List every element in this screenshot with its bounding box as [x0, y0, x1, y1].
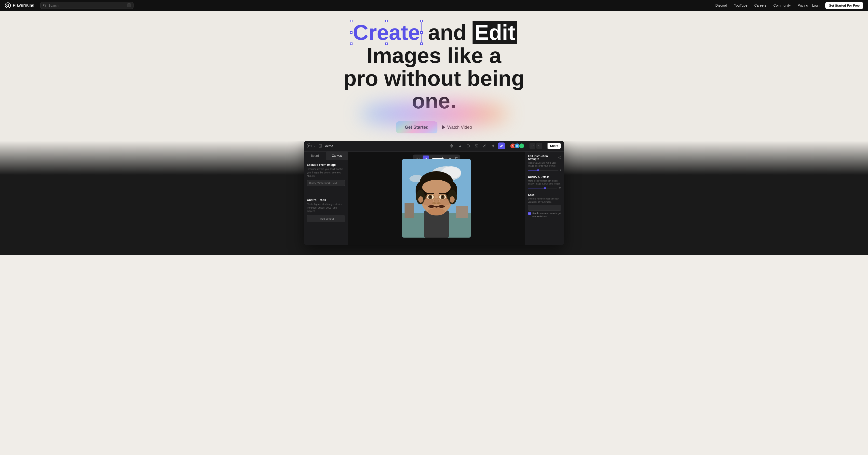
share-button[interactable]: Share — [547, 143, 561, 149]
app-main: Board Canvas Exclude From Image Describe… — [304, 151, 564, 245]
exclude-desc: Describe details you don't want in your … — [307, 168, 345, 178]
strength-slider-thumb — [537, 169, 539, 171]
search-bar[interactable]: / — [40, 2, 133, 9]
svg-point-39 — [423, 198, 433, 206]
add-control-button[interactable]: + Add control — [307, 215, 345, 222]
logo-icon — [5, 2, 11, 8]
seed-checkbox-label: Randomize seed value to get new variatio… — [532, 212, 561, 218]
portrait-image — [402, 159, 471, 237]
quality-title: Quality & Details — [528, 175, 561, 178]
page-icon — [319, 144, 322, 148]
selection-handle-tl — [350, 20, 352, 22]
control-traits-section: Control Traits Control generated image's… — [304, 195, 348, 225]
selection-handle-br — [420, 42, 423, 45]
toolbar-pen-icon[interactable] — [482, 142, 488, 149]
hero-and-text: and — [428, 20, 472, 45]
quality-desc: More steps will result in a high quality… — [528, 179, 561, 186]
nav-link-youtube[interactable]: YouTube — [734, 3, 747, 7]
login-link[interactable]: Log in — [812, 3, 822, 7]
svg-point-41 — [428, 208, 445, 216]
nav-logo[interactable]: Playground — [5, 2, 34, 8]
hero-glow — [360, 102, 508, 126]
navbar: Playground / Discord YouTube Careers Com… — [0, 0, 868, 11]
undo-button[interactable]: ↩ — [529, 143, 535, 149]
portrait-svg — [402, 159, 471, 237]
nav-link-community[interactable]: Community — [774, 3, 791, 7]
hero-section: Create and Edit Images like apro without… — [0, 0, 868, 141]
toolbar-shape-icon[interactable] — [465, 142, 471, 149]
strength-slider-track — [528, 170, 558, 171]
seed-title: Seed — [528, 193, 561, 196]
quality-section: Quality & Details More steps will result… — [528, 175, 561, 190]
control-traits-title: Control Traits — [307, 198, 345, 202]
svg-rect-4 — [467, 145, 469, 147]
nav-link-discord[interactable]: Discord — [715, 3, 727, 7]
redo-button[interactable]: ↪ — [536, 143, 542, 149]
seed-input[interactable] — [528, 205, 561, 210]
app-toolbar — [448, 142, 505, 149]
seed-desc: Different numbers result in new variatio… — [528, 197, 561, 203]
svg-point-26 — [422, 180, 451, 195]
edit-strength-slider[interactable]: 7 — [528, 169, 561, 171]
exclude-from-image-section: Exclude From Image Describe details you … — [304, 160, 348, 189]
search-icon — [43, 4, 46, 7]
quality-slider-thumb — [544, 187, 546, 189]
svg-point-24 — [418, 196, 423, 203]
toolbar-move-icon[interactable] — [448, 142, 455, 149]
undo-redo-controls: ↩ ↪ — [529, 143, 542, 149]
app-preview-section: Acme — [0, 141, 868, 255]
app-logo-icon — [307, 143, 312, 148]
svg-rect-15 — [405, 203, 414, 218]
search-shortcut: / — [127, 3, 131, 7]
selection-handle-tr — [420, 20, 423, 22]
chevron-down-icon — [313, 145, 316, 147]
hero-edit-text: Edit — [474, 20, 515, 45]
exclude-input[interactable] — [307, 180, 345, 186]
selection-handle-tm — [385, 20, 388, 22]
edit-strength-desc: Higher values will make your image close… — [528, 162, 561, 168]
svg-point-7 — [500, 147, 501, 147]
svg-point-40 — [440, 198, 451, 206]
get-started-button[interactable]: Get Started For Free — [825, 2, 863, 9]
search-input[interactable] — [49, 4, 125, 7]
right-panel: Edit Instruction Strength i Higher value… — [525, 151, 564, 245]
svg-point-35 — [429, 196, 430, 196]
toolbar-brush-icon[interactable] — [498, 142, 505, 149]
nav-logo-text: Playground — [13, 3, 34, 8]
svg-rect-16 — [456, 206, 468, 218]
control-traits-desc: Control generated image's traits like po… — [307, 203, 345, 213]
info-icon-strength: i — [558, 156, 561, 159]
workspace-name: Acme — [325, 144, 333, 148]
canvas-area: 48 — [348, 151, 525, 245]
tab-canvas[interactable]: Canvas — [326, 151, 348, 160]
tab-board[interactable]: Board — [304, 151, 326, 160]
quality-slider-track — [528, 188, 557, 189]
play-icon — [442, 125, 445, 129]
edit-strength-title: Edit Instruction Strength i — [528, 154, 561, 161]
selection-handle-bl — [350, 42, 352, 45]
app-window: Acme — [304, 141, 564, 245]
nav-link-pricing[interactable]: Pricing — [798, 3, 808, 7]
seed-label: Seed — [528, 193, 534, 196]
selection-handle-ml — [350, 31, 352, 34]
toolbar-cursor-icon[interactable] — [456, 142, 463, 149]
edit-strength-label: Edit Instruction Strength — [528, 154, 557, 161]
app-header: Acme — [304, 141, 564, 151]
svg-point-1 — [43, 4, 45, 6]
seed-checkbox[interactable] — [528, 212, 531, 215]
left-panel: Board Canvas Exclude From Image Describe… — [304, 151, 348, 245]
seed-section: Seed Different numbers result in new var… — [528, 193, 561, 218]
strength-value: 7 — [560, 169, 561, 171]
edit-strength-section: Edit Instruction Strength i Higher value… — [528, 154, 561, 171]
quality-slider-fill — [528, 188, 544, 189]
quality-value: 50 — [559, 187, 561, 190]
svg-point-25 — [450, 196, 455, 203]
toolbar-image-icon[interactable] — [473, 142, 480, 149]
quality-slider[interactable]: 50 — [528, 187, 561, 190]
exclude-title: Exclude From Image — [307, 163, 345, 167]
selection-handle-mr — [420, 31, 423, 34]
toolbar-magic-icon[interactable] — [490, 142, 497, 149]
seed-checkbox-row: Randomize seed value to get new variatio… — [528, 212, 561, 218]
app-avatars: A B C — [510, 143, 525, 149]
nav-link-careers[interactable]: Careers — [754, 3, 767, 7]
